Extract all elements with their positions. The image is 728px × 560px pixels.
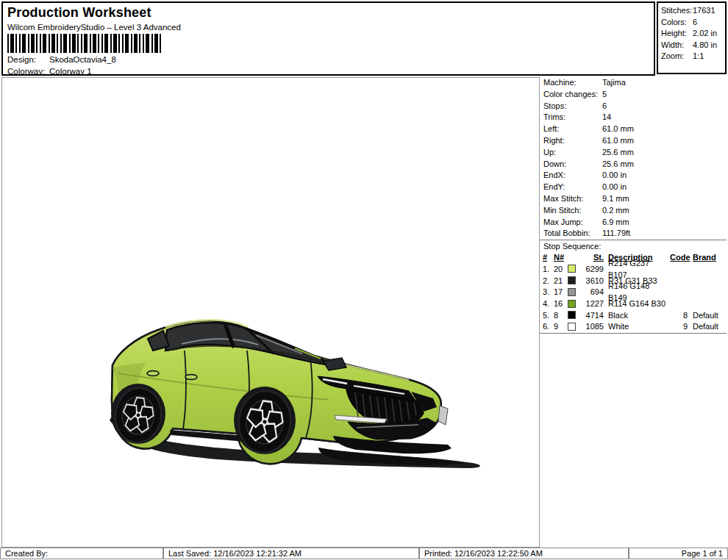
machine-info-rows: Machine: Tajima Color changes: 5 Stops: … xyxy=(540,77,727,240)
seq-stitches: 4714 xyxy=(580,310,604,322)
seq-stitches: 1085 xyxy=(580,321,604,333)
seq-needle: 17 xyxy=(554,287,568,298)
seq-num: 3. xyxy=(543,287,554,298)
col-num: # xyxy=(543,252,554,264)
design-row: Design:SkodaOctavia4_8 xyxy=(7,55,116,64)
machine-info-label: Stops: xyxy=(543,101,602,112)
machine-info-row: Down: 25.6 mm xyxy=(540,159,727,170)
machine-info-label: Trims: xyxy=(543,112,602,123)
seq-swatch-cell xyxy=(568,321,580,333)
machine-info-value: 0.2 mm xyxy=(602,205,629,217)
seq-num: 2. xyxy=(543,276,554,287)
colorway-row: Colorway:Colorway 1 xyxy=(7,67,92,76)
summary-row: Height: 2.02 in xyxy=(661,28,725,40)
stop-sequence-row: 5. 8 4714 Black 8 Default xyxy=(543,310,727,322)
col-stitches: St. xyxy=(580,252,604,264)
seq-needle: 9 xyxy=(554,321,568,333)
seq-swatch-cell xyxy=(568,287,580,298)
seq-needle: 16 xyxy=(554,298,568,310)
stop-sequence-title: Stop Sequence: xyxy=(540,240,727,252)
seq-needle: 21 xyxy=(554,276,568,287)
machine-info-row: Color changes: 5 xyxy=(540,89,727,101)
seq-stitches: 3610 xyxy=(580,276,604,287)
seq-swatch-cell xyxy=(568,264,580,276)
machine-info-row: Up: 25.6 mm xyxy=(540,147,727,159)
summary-label: Zoom: xyxy=(661,51,693,62)
summary-label: Width: xyxy=(661,40,693,51)
summary-value: 4.80 in xyxy=(693,40,717,51)
machine-info-value: 25.6 mm xyxy=(602,159,634,170)
color-swatch xyxy=(568,288,576,296)
col-brand: Brand xyxy=(688,252,727,264)
design-summary-box: Stitches: 17631 Colors: 6 Height: 2.02 i… xyxy=(657,1,727,74)
machine-info-label: Machine: xyxy=(543,77,602,89)
design-value: SkodaOctavia4_8 xyxy=(49,55,116,64)
machine-info-label: Left: xyxy=(543,123,602,135)
color-swatch xyxy=(568,265,576,273)
summary-row: Stitches: 17631 xyxy=(661,5,725,17)
stop-sequence-row: 4. 16 1227 R114 G164 B30 xyxy=(543,298,727,310)
machine-info-value: 61.0 mm xyxy=(602,123,634,135)
seq-brand: Default xyxy=(688,321,727,333)
machine-info-label: Up: xyxy=(543,147,602,159)
machine-info-row: Left: 61.0 mm xyxy=(540,123,727,135)
door-handle-rear xyxy=(147,371,159,376)
stop-sequence-table: # N# St. Description Code Brand 1. 20 62… xyxy=(540,252,727,334)
machine-info-value: 0.00 in xyxy=(602,182,627,193)
machine-info-row: Max Jump: 6.9 mm xyxy=(540,217,727,229)
machine-info-value: 0.00 in xyxy=(602,170,627,182)
machine-info-label: EndY: xyxy=(543,182,602,193)
seq-brand: Default xyxy=(688,310,727,322)
seq-num: 6. xyxy=(543,321,554,333)
seq-swatch-cell xyxy=(568,310,580,322)
col-code: Code xyxy=(670,252,688,264)
machine-info-value: Tajima xyxy=(602,77,626,89)
door-handle-front xyxy=(185,375,197,380)
footer-page-number: Page 1 of 1 xyxy=(629,548,728,559)
footer-printed: Printed: 12/16/2023 12:22:50 AM xyxy=(419,548,629,559)
summary-label: Colors: xyxy=(661,17,693,29)
machine-info-row: Stops: 6 xyxy=(540,101,727,112)
color-swatch xyxy=(568,311,576,319)
machine-info-label: Max Jump: xyxy=(543,217,602,229)
summary-value: 2.02 in xyxy=(693,28,717,40)
production-worksheet-page: Production Worksheet Wilcom EmbroiderySt… xyxy=(0,0,728,560)
machine-info-row: Right: 61.0 mm xyxy=(540,135,727,147)
machine-info-label: Total Bobbin: xyxy=(543,228,602,240)
software-subtitle: Wilcom EmbroideryStudio – Level 3 Advanc… xyxy=(7,23,181,32)
colorway-label: Colorway: xyxy=(7,67,49,76)
footer-last-saved: Last Saved: 12/16/2023 12:21:32 AM xyxy=(163,548,419,559)
machine-info-label: Down: xyxy=(543,159,602,170)
machine-info-value: 61.0 mm xyxy=(602,135,634,147)
footer-created-by: Created By: xyxy=(0,548,163,559)
machine-info-value: 5 xyxy=(602,89,607,101)
seq-needle: 20 xyxy=(554,264,568,276)
machine-info-row: EndX: 0.00 in xyxy=(540,170,727,182)
col-needle: N# xyxy=(554,252,568,264)
machine-info-value: 111.79ft xyxy=(602,228,630,240)
seq-description: Black xyxy=(604,310,670,322)
machine-info-label: Right: xyxy=(543,135,602,147)
colorway-value: Colorway 1 xyxy=(49,67,92,76)
summary-value: 17631 xyxy=(693,5,715,17)
car-illustration xyxy=(46,312,488,473)
bumper-edge-highlight xyxy=(438,406,448,425)
stop-sequence-rows: 1. 20 6299 R214 G237 B107 2. 21 3610 R31… xyxy=(543,264,727,333)
machine-info-row: EndY: 0.00 in xyxy=(540,182,727,193)
color-swatch xyxy=(568,323,576,331)
machine-info-value: 6 xyxy=(602,101,607,112)
summary-row: Colors: 6 xyxy=(661,17,725,29)
seq-needle: 8 xyxy=(554,310,568,322)
machine-info-row: Min Stitch: 0.2 mm xyxy=(540,205,727,217)
machine-info-label: EndX: xyxy=(543,170,602,182)
machine-info-row: Max Stitch: 9.1 mm xyxy=(540,193,727,205)
seq-stitches: 6299 xyxy=(580,264,604,276)
stop-sequence-row: 1. 20 6299 R214 G237 B107 xyxy=(543,264,727,276)
seq-num: 4. xyxy=(543,298,554,310)
summary-label: Height: xyxy=(661,28,693,40)
seq-description: White xyxy=(604,321,670,333)
seq-swatch-cell xyxy=(568,276,580,287)
page-title: Production Worksheet xyxy=(7,5,151,21)
machine-info-row: Total Bobbin: 111.79ft xyxy=(540,228,727,240)
seq-num: 1. xyxy=(543,264,554,276)
